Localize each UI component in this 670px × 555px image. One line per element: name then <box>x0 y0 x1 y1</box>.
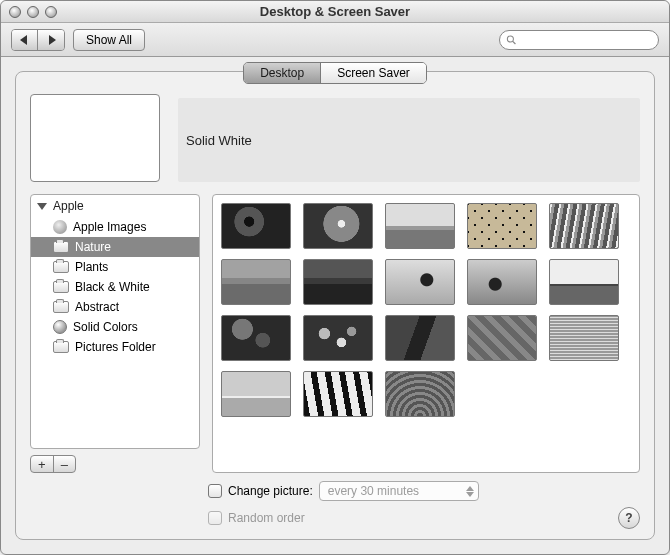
preferences-window: Desktop & Screen Saver Show All Desktop … <box>0 0 670 555</box>
source-label: Black & White <box>75 280 150 294</box>
svg-marker-0 <box>20 35 27 45</box>
folder-icon <box>53 301 69 313</box>
desktop-preview <box>30 94 160 182</box>
thumbnail[interactable] <box>303 371 373 417</box>
folder-icon <box>53 341 69 353</box>
source-label: Plants <box>75 260 108 274</box>
source-nature[interactable]: Nature <box>31 237 199 257</box>
thumbnail-grid <box>212 194 640 473</box>
current-picture-name: Solid White <box>178 98 640 182</box>
thumbnail[interactable] <box>303 315 373 361</box>
source-abstract[interactable]: Abstract <box>31 297 199 317</box>
source-label: Pictures Folder <box>75 340 156 354</box>
toolbar: Show All <box>1 23 669 57</box>
thumbnail[interactable] <box>221 259 291 305</box>
change-picture-label: Change picture: <box>228 484 313 498</box>
source-pictures-folder[interactable]: Pictures Folder <box>31 337 199 357</box>
remove-source-button[interactable]: – <box>54 456 76 472</box>
nav-segment <box>11 29 65 51</box>
thumbnail[interactable] <box>549 203 619 249</box>
svg-marker-1 <box>49 35 56 45</box>
svg-line-3 <box>513 41 516 44</box>
folder-icon <box>53 261 69 273</box>
group-label: Apple <box>53 199 84 213</box>
thumbnail[interactable] <box>221 315 291 361</box>
random-order-label: Random order <box>228 511 305 525</box>
disclosure-triangle-icon <box>37 203 47 210</box>
svg-point-2 <box>507 35 513 41</box>
source-label: Apple Images <box>73 220 146 234</box>
apple-icon <box>53 220 67 234</box>
thumbnail[interactable] <box>221 203 291 249</box>
show-all-button[interactable]: Show All <box>73 29 145 51</box>
source-label: Nature <box>75 240 111 254</box>
thumbnail[interactable] <box>467 315 537 361</box>
back-button[interactable] <box>12 30 38 50</box>
random-order-checkbox <box>208 511 222 525</box>
window-title: Desktop & Screen Saver <box>1 4 669 19</box>
help-button[interactable]: ? <box>618 507 640 529</box>
thumbnail[interactable] <box>385 203 455 249</box>
thumbnail[interactable] <box>467 259 537 305</box>
titlebar: Desktop & Screen Saver <box>1 1 669 23</box>
tab-bar: Desktop Screen Saver <box>243 62 427 84</box>
help-icon: ? <box>625 511 632 525</box>
source-solid-colors[interactable]: Solid Colors <box>31 317 199 337</box>
main-panel: Desktop Screen Saver Solid White Apple <box>15 71 655 540</box>
forward-button[interactable] <box>38 30 64 50</box>
source-label: Solid Colors <box>73 320 138 334</box>
thumbnail[interactable] <box>303 259 373 305</box>
tab-screensaver[interactable]: Screen Saver <box>321 63 426 83</box>
thumbnail[interactable] <box>385 259 455 305</box>
thumbnail[interactable] <box>385 315 455 361</box>
thumbnail[interactable] <box>467 203 537 249</box>
search-icon <box>506 34 517 46</box>
thumbnail[interactable] <box>221 371 291 417</box>
orb-icon <box>53 320 67 334</box>
stepper-icon <box>466 486 474 497</box>
source-list: Apple Apple Images Nature <box>30 194 200 449</box>
thumbnail[interactable] <box>303 203 373 249</box>
source-group-apple[interactable]: Apple <box>31 195 199 217</box>
source-label: Abstract <box>75 300 119 314</box>
triangle-right-icon <box>47 35 56 45</box>
source-apple-images[interactable]: Apple Images <box>31 217 199 237</box>
add-source-button[interactable]: + <box>31 456 54 472</box>
source-plants[interactable]: Plants <box>31 257 199 277</box>
thumbnail[interactable] <box>549 259 619 305</box>
search-field-wrap[interactable] <box>499 30 659 50</box>
change-interval-select[interactable]: every 30 minutes <box>319 481 479 501</box>
folder-icon <box>53 281 69 293</box>
triangle-left-icon <box>20 35 29 45</box>
folder-icon <box>53 241 69 253</box>
source-black-white[interactable]: Black & White <box>31 277 199 297</box>
thumbnail[interactable] <box>549 315 619 361</box>
interval-value: every 30 minutes <box>328 484 419 498</box>
thumbnail[interactable] <box>385 371 455 417</box>
change-picture-checkbox[interactable] <box>208 484 222 498</box>
source-add-remove: + – <box>30 455 76 473</box>
search-input[interactable] <box>521 34 652 46</box>
tab-desktop[interactable]: Desktop <box>244 63 321 83</box>
